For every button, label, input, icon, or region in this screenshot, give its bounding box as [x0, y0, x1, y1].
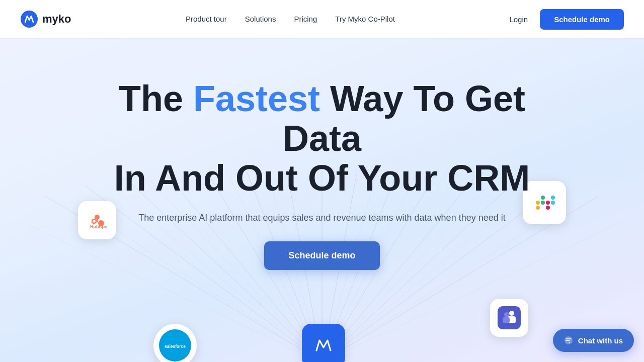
nav-link-product-tour[interactable]: Product tour	[186, 15, 227, 23]
hero-title: The Fastest Way To Get Data In And Out O…	[96, 79, 548, 199]
hero-title-line2: In And Out Of Your CRM	[114, 158, 530, 198]
svg-rect-49	[503, 317, 510, 323]
hero-subtitle: The enterprise AI platform that equips s…	[96, 213, 548, 223]
login-button[interactable]: Login	[509, 15, 528, 24]
svg-point-48	[504, 312, 509, 317]
teams-icon	[498, 306, 521, 329]
svg-rect-44	[551, 196, 555, 200]
hero-section: The Fastest Way To Get Data In And Out O…	[0, 39, 644, 362]
nav-link-solutions[interactable]: Solutions	[245, 15, 276, 23]
nav-right: Login Schedule demo	[509, 9, 624, 30]
myko-center-icon	[310, 332, 337, 358]
hero-title-fastest: Fastest	[193, 78, 320, 119]
nav-item-copilot[interactable]: Try Myko Co-Pilot	[335, 15, 395, 24]
chat-icon	[564, 336, 573, 345]
logo-icon	[20, 10, 38, 28]
salesforce-icon: salesforce	[159, 329, 191, 361]
nav-item-solutions[interactable]: Solutions	[245, 15, 276, 24]
svg-text:salesforce: salesforce	[165, 344, 186, 349]
navbar: myko Product tour Solutions Pricing Try …	[0, 0, 644, 39]
teams-icon-card	[490, 299, 528, 337]
logo-text: myko	[42, 13, 71, 26]
svg-point-46	[509, 311, 514, 316]
hero-cta: Schedule demo	[96, 241, 548, 270]
svg-rect-43	[551, 201, 555, 205]
chat-widget-label: Chat with us	[578, 336, 623, 345]
myko-center-icon-card	[302, 324, 345, 362]
chat-widget[interactable]: Chat with us	[553, 329, 634, 352]
hero-title-part1: The	[119, 78, 193, 119]
nav-item-pricing[interactable]: Pricing	[294, 15, 317, 24]
schedule-demo-hero-button[interactable]: Schedule demo	[264, 241, 379, 270]
hero-content: The Fastest Way To Get Data In And Out O…	[96, 39, 548, 270]
logo[interactable]: myko	[20, 10, 71, 28]
nav-link-pricing[interactable]: Pricing	[294, 15, 317, 23]
schedule-demo-nav-button[interactable]: Schedule demo	[540, 9, 624, 30]
nav-links: Product tour Solutions Pricing Try Myko …	[186, 15, 395, 24]
svg-rect-36	[310, 332, 337, 358]
nav-item-product-tour[interactable]: Product tour	[186, 15, 227, 24]
nav-link-copilot[interactable]: Try Myko Co-Pilot	[335, 15, 395, 23]
salesforce-icon-card: salesforce	[153, 324, 197, 362]
